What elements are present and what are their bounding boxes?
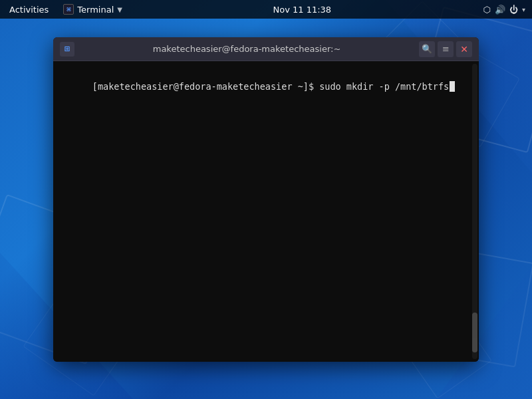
terminal-scrollbar-thumb[interactable]: [472, 313, 477, 352]
terminal-title-text: maketecheasier@fedora-maketecheasier:~: [153, 44, 341, 54]
app-indicator[interactable]: ⌘ Terminal ▼: [58, 4, 128, 15]
app-name-label: Terminal: [77, 5, 114, 15]
power-icon[interactable]: ⏻: [509, 5, 518, 15]
topbar: Activities ⌘ Terminal ▼ Nov 11 11:38 ⬡ 🔊…: [0, 0, 532, 19]
topbar-right: ⬡ 🔊 ⏻ ▾: [477, 5, 532, 15]
menu-button[interactable]: ≡: [438, 41, 454, 57]
network-icon[interactable]: ⬡: [483, 5, 491, 15]
topbar-center: Nov 11 11:38: [128, 5, 477, 15]
terminal-title-icon: ⊞: [64, 45, 70, 53]
terminal-cursor: [450, 81, 455, 92]
terminal-app-icon: ⌘: [63, 4, 74, 15]
terminal-command-line: [maketecheasier@fedora-maketecheasier ~]…: [60, 66, 472, 107]
volume-icon[interactable]: 🔊: [495, 5, 505, 15]
terminal-scrollbar[interactable]: [472, 64, 477, 359]
app-menu-chevron: ▼: [117, 6, 122, 13]
search-icon: 🔍: [422, 44, 432, 54]
arrow-down-icon[interactable]: ▾: [522, 6, 525, 13]
terminal-window: ⊞ maketecheasier@fedora-maketecheasier:~…: [53, 37, 479, 362]
close-icon: ✕: [460, 44, 468, 55]
datetime-label: Nov 11 11:38: [273, 5, 331, 15]
activities-label: Activities: [9, 5, 49, 15]
activities-button[interactable]: Activities: [0, 0, 58, 19]
terminal-title: maketecheasier@fedora-maketecheasier:~: [80, 44, 414, 54]
terminal-icon-button[interactable]: ⊞: [60, 42, 74, 57]
titlebar-actions: 🔍 ≡ ✕: [419, 41, 472, 57]
terminal-prompt-text: [maketecheasier@fedora-maketecheasier ~]…: [92, 81, 449, 92]
close-button[interactable]: ✕: [456, 41, 472, 57]
hamburger-icon: ≡: [442, 44, 449, 54]
search-button[interactable]: 🔍: [419, 41, 435, 57]
terminal-body[interactable]: [maketecheasier@fedora-maketecheasier ~]…: [53, 61, 479, 362]
terminal-titlebar: ⊞ maketecheasier@fedora-maketecheasier:~…: [53, 37, 479, 61]
